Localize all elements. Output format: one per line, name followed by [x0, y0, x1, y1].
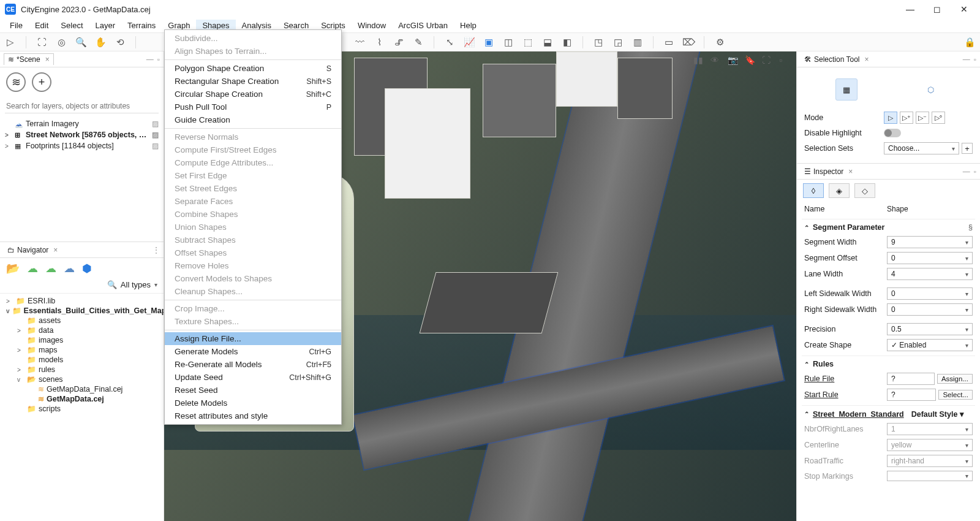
bookmark-icon[interactable]: 🔖	[745, 55, 756, 66]
scene-layer-row[interactable]: 🗻Terrain Imagery▨	[0, 118, 164, 129]
scene-layer-row[interactable]: >▦Footprints [11844 objects]▨	[0, 140, 164, 151]
navigator-row[interactable]: >📁rules	[2, 365, 161, 375]
attach-icon[interactable]: 🖇	[392, 36, 405, 49]
menu-help[interactable]: Help	[454, 20, 483, 31]
solid2-icon[interactable]: ◲	[611, 36, 625, 49]
settings-icon[interactable]: ▫	[779, 55, 790, 66]
value-field[interactable]: 9▾	[887, 236, 973, 248]
object-mode-tab[interactable]: ◈	[829, 183, 850, 198]
zoom-icon[interactable]: 🔍	[74, 36, 88, 49]
shape-mode-tab[interactable]: ◊	[803, 183, 824, 198]
menu-item-delete-models[interactable]: Delete Models	[165, 397, 341, 409]
maximize-button[interactable]: ◻	[931, 3, 943, 15]
scene-layer-row[interactable]: >⊞Street Network [58765 objects, 58765 s…	[0, 129, 164, 140]
minimize-panel-icon[interactable]: —	[963, 167, 970, 176]
panel-menu-icon[interactable]: ⋮	[153, 246, 160, 254]
value-field[interactable]: 1▾	[887, 423, 973, 435]
disable-highlight-toggle[interactable]	[884, 129, 901, 137]
close-icon[interactable]: ×	[865, 55, 869, 64]
minimize-panel-icon[interactable]: —	[963, 55, 970, 64]
tool2-icon[interactable]: ⬓	[541, 36, 554, 49]
cloud-user-icon[interactable]: ☁	[27, 262, 38, 275]
navigator-row[interactable]: v📁Essentials_Build_Cities_with_Get_Map_D…	[2, 306, 161, 316]
value-field[interactable]: yellow▾	[887, 439, 973, 451]
menu-select[interactable]: Select	[55, 20, 89, 31]
navigator-row[interactable]: v📂scenes	[2, 375, 161, 384]
segment-parameter-section[interactable]: ⌃ Segment Parameter §	[802, 219, 975, 234]
tool-icon[interactable]: ⬚	[521, 36, 535, 49]
filter-label[interactable]: All types	[121, 280, 151, 289]
scene-search-input[interactable]	[5, 99, 159, 113]
inspector-tab[interactable]: ☰ Inspector ×	[801, 166, 856, 177]
add-selection-set-button[interactable]: +	[962, 143, 973, 154]
value-field[interactable]: ?	[887, 373, 935, 385]
hand-icon[interactable]: ✋	[94, 36, 107, 49]
menu-item-update-seed[interactable]: Update SeedCtrl+Shift+G	[165, 371, 341, 384]
panel-menu-icon[interactable]: ▫	[974, 167, 976, 176]
panel-menu-icon[interactable]: ▫	[974, 55, 976, 64]
rules-section[interactable]: ⌃ Rules	[802, 356, 975, 371]
value-field[interactable]: 0.5▾	[887, 323, 973, 335]
box-select-icon[interactable]: ▦	[835, 78, 858, 101]
nav-icon[interactable]: ◎	[55, 36, 68, 49]
cloud-icon[interactable]: ☁	[64, 262, 75, 275]
frame-icon[interactable]: ⛶	[35, 36, 48, 49]
menu-file[interactable]: File	[4, 20, 29, 31]
cloud-share-icon[interactable]: ☁	[45, 262, 56, 275]
select-tool-icon[interactable]: ▷	[4, 36, 17, 49]
menu-item-rectangular-shape-creation[interactable]: Rectangular Shape CreationShift+S	[165, 75, 341, 88]
vertex-mode-tab[interactable]: ◇	[854, 183, 875, 198]
menu-item-polygon-shape-creation[interactable]: Polygon Shape CreationS	[165, 62, 341, 75]
value-field[interactable]: 0▾	[887, 303, 973, 316]
navigator-row[interactable]: ≋GetMapData.cej	[2, 394, 161, 404]
curve-icon[interactable]: 〰	[353, 36, 366, 49]
minimize-panel-icon[interactable]: —	[146, 55, 154, 64]
portal-icon[interactable]: ⬢	[82, 262, 92, 275]
value-field[interactable]: ✓ Enabled▾	[887, 339, 973, 351]
close-icon[interactable]: ×	[53, 246, 58, 254]
mode-subtract-icon[interactable]: ▷⁻	[916, 112, 929, 124]
style-section[interactable]: ⌃ Street_Modern_Standard Default Style ▾	[802, 405, 975, 421]
rotate-icon[interactable]: ⟲	[113, 36, 127, 49]
navigator-row[interactable]: 📁assets	[2, 316, 161, 325]
camera-icon[interactable]: 📷	[728, 55, 739, 66]
navigator-row[interactable]: 📁images	[2, 335, 161, 345]
link-icon[interactable]: §	[968, 223, 973, 232]
select-button[interactable]: Select...	[938, 390, 973, 400]
box-icon[interactable]: ◫	[502, 36, 515, 49]
navigator-row[interactable]: 📁scripts	[2, 404, 161, 414]
menu-item-generate-models[interactable]: Generate ModelsCtrl+G	[165, 345, 341, 358]
close-icon[interactable]: ×	[45, 55, 50, 64]
value-field[interactable]: right-hand▾	[887, 455, 973, 467]
view-icon[interactable]: ▮▮	[693, 55, 704, 66]
navigator-row[interactable]: 📁models	[2, 355, 161, 365]
lock-icon[interactable]: 🔒	[963, 36, 976, 49]
gear-icon[interactable]: ⚙	[713, 36, 726, 49]
navigator-row[interactable]: ≋GetMapData_Final.cej	[2, 384, 161, 394]
lasso-select-icon[interactable]: ⬡	[919, 78, 941, 101]
solid-icon[interactable]: ◳	[592, 36, 605, 49]
menu-edit[interactable]: Edit	[29, 20, 55, 31]
menu-item-push-pull-tool[interactable]: Push Pull ToolP	[165, 101, 341, 113]
menu-item-reset-attributes-and-style[interactable]: Reset attributes and style	[165, 409, 341, 422]
menu-item-assign-rule-file-[interactable]: Assign Rule File...	[165, 332, 341, 345]
ruler-icon[interactable]: ⌦	[682, 36, 695, 49]
menu-item-circular-shape-creation[interactable]: Circular Shape CreationShift+C	[165, 88, 341, 101]
menu-layer[interactable]: Layer	[89, 20, 122, 31]
add-layer-button[interactable]: +	[32, 72, 51, 92]
minimize-button[interactable]: —	[904, 3, 916, 15]
transform-icon[interactable]: ⤡	[443, 36, 456, 49]
layers-button[interactable]: ≋	[6, 72, 26, 92]
chevron-down-icon[interactable]: ▾	[154, 281, 157, 288]
menu-item-re-generate-all-models[interactable]: Re-Generate all ModelsCtrl+F5	[165, 358, 341, 371]
assign-button[interactable]: Assign...	[937, 374, 973, 384]
cube-icon[interactable]: ▣	[482, 36, 496, 49]
navigator-row[interactable]: >📁maps	[2, 345, 161, 355]
tool3-icon[interactable]: ◧	[560, 36, 574, 49]
expand-icon[interactable]: ⛶	[762, 55, 773, 66]
panel-menu-icon[interactable]: ▫	[157, 55, 160, 64]
selection-tool-tab[interactable]: 🛠 Selection Tool ×	[801, 54, 873, 65]
value-field[interactable]: 0▾	[887, 287, 973, 300]
graph-icon[interactable]: 📈	[462, 36, 476, 49]
navigator-tab[interactable]: 🗀 Navigator ×	[4, 245, 61, 256]
